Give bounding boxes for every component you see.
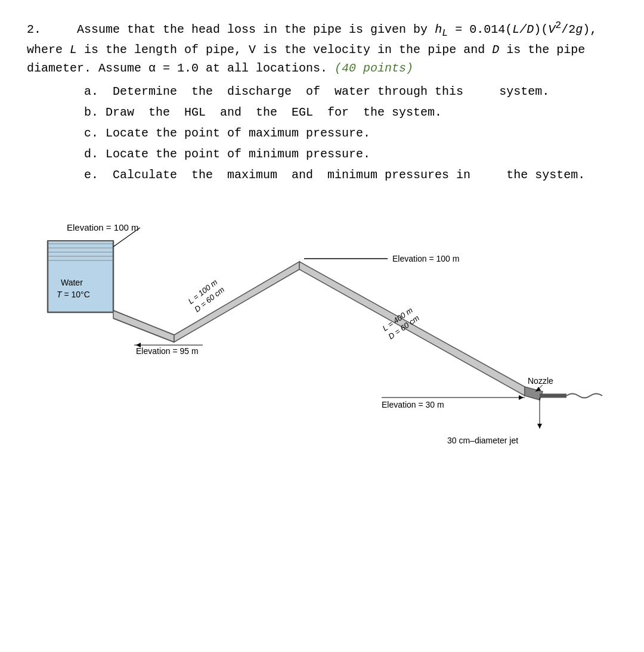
svg-rect-0 bbox=[48, 241, 113, 312]
water-label: Water bbox=[61, 278, 83, 287]
elevation-top-left-label: Elevation = 100 m bbox=[67, 222, 139, 232]
diagram-container: Elevation = 100 m Water T = 10°C Elevati… bbox=[27, 208, 617, 482]
svg-marker-17 bbox=[299, 262, 525, 396]
jet-label: 30 cm–diameter jet bbox=[447, 436, 518, 445]
elevation-100-right-label: Elevation = 100 m bbox=[392, 254, 459, 263]
nozzle-label: Nozzle bbox=[528, 376, 553, 386]
problem-statement: 2. Assume that the head loss in the pipe… bbox=[27, 18, 617, 184]
svg-marker-14 bbox=[113, 311, 174, 342]
problem-number: 2. bbox=[27, 23, 41, 36]
points-label: (40 points) bbox=[335, 61, 413, 75]
svg-marker-25 bbox=[537, 424, 542, 429]
temp-label: T = 10°C bbox=[57, 290, 90, 299]
svg-marker-23 bbox=[519, 395, 524, 400]
elevation-95-label: Elevation = 95 m bbox=[136, 346, 199, 356]
elevation-30-label: Elevation = 30 m bbox=[382, 400, 444, 409]
